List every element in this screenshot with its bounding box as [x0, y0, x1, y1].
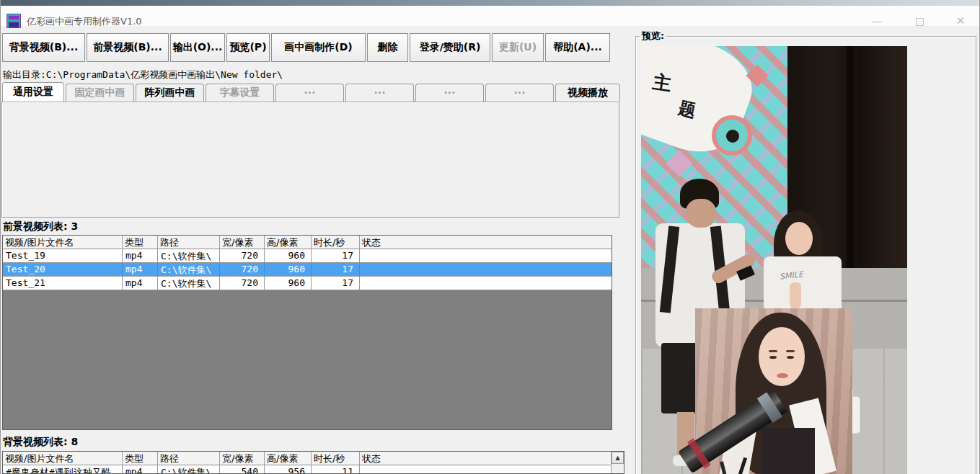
cell-duration: 17: [312, 249, 360, 263]
tab-dots-1[interactable]: ···: [275, 84, 344, 102]
make-pip-button[interactable]: 画中画制作(D): [271, 33, 366, 62]
tab-array-pip[interactable]: 阵列画中画: [136, 84, 204, 102]
tab-dots-4[interactable]: ···: [485, 84, 554, 102]
cell-duration: 11: [312, 465, 360, 474]
cell-type: mp4: [123, 263, 158, 277]
pip-face-detail: [786, 350, 795, 352]
background-window-edge: [1, 0, 980, 6]
cell-height: 960: [265, 263, 312, 277]
general-settings-panel: [1, 102, 619, 218]
cell-width: 720: [220, 277, 265, 290]
tab-dots-3[interactable]: ···: [415, 84, 484, 102]
cell-path: C:\软件集\: [158, 465, 220, 474]
title-bar: 亿彩画中画专用制作器V1.0 — ✕: [1, 6, 980, 26]
table-row[interactable]: Test_19 mp4 C:\软件集\ 720 960 17: [3, 249, 612, 263]
tab-fixed-pip[interactable]: 固定画中画: [66, 84, 134, 102]
update-button[interactable]: 更新(U): [492, 33, 544, 62]
help-button[interactable]: 帮助(A)...: [545, 33, 610, 62]
bg-list-table: 视频/图片文件名 类型 路径 宽/像素 高/像素 时长/秒 状态 #魔鬼身材#遇…: [2, 451, 624, 474]
tab-video-play[interactable]: 视频播放: [555, 84, 620, 102]
cell-duration: 17: [312, 277, 360, 290]
cell-name: #魔鬼身材#遇到这种又酷: [3, 465, 123, 474]
bg-table-header: 视频/图片文件名 类型 路径 宽/像素 高/像素 时长/秒 状态: [3, 452, 611, 465]
col-type[interactable]: 类型: [123, 452, 158, 465]
col-status[interactable]: 状态: [360, 452, 611, 465]
col-height[interactable]: 高/像素: [265, 452, 312, 465]
col-duration[interactable]: 时长/秒: [312, 236, 360, 249]
bg-video-button[interactable]: 背景视频(B)...: [2, 33, 85, 62]
fg-table-header: 视频/图片文件名 类型 路径 宽/像素 高/像素 时长/秒 状态: [3, 236, 612, 249]
woman-arm: [790, 282, 801, 308]
table-row[interactable]: Test_21 mp4 C:\软件集\ 720 960 17: [3, 277, 612, 290]
cell-path: C:\软件集\: [158, 263, 220, 277]
cell-width: 720: [220, 249, 265, 263]
bg-list-scrollbar[interactable]: ▲: [611, 452, 624, 473]
cell-type: mp4: [123, 465, 158, 474]
app-window: 亿彩画中画专用制作器V1.0 — ✕ 背景视频(B)... 前景视频(B)...…: [0, 0, 980, 474]
col-filename[interactable]: 视频/图片文件名: [3, 452, 123, 465]
tab-dots-2[interactable]: ···: [345, 84, 414, 102]
pip-face-detail: [769, 356, 777, 359]
pip-overlay-video: [695, 308, 852, 474]
minimize-button[interactable]: —: [860, 12, 893, 31]
cell-name: Test_20: [3, 263, 123, 277]
cell-name: Test_21: [3, 277, 123, 290]
man-face: [686, 199, 716, 228]
table-row-selected[interactable]: Test_20 mp4 C:\软件集\ 720 960 17: [3, 263, 612, 277]
cell-path: C:\软件集\: [158, 249, 220, 263]
maximize-button[interactable]: [903, 12, 936, 31]
maximize-icon: [916, 18, 924, 26]
col-width[interactable]: 宽/像素: [220, 452, 265, 465]
mural-decor: [726, 130, 739, 143]
cell-name: Test_19: [3, 249, 123, 263]
woman-face: [785, 222, 813, 255]
col-status[interactable]: 状态: [360, 236, 612, 249]
col-width[interactable]: 宽/像素: [220, 236, 265, 249]
fg-list-label: 前景视频列表: 3: [3, 220, 78, 233]
col-path[interactable]: 路径: [158, 236, 220, 249]
cell-status: [360, 277, 612, 290]
cell-duration: 17: [312, 263, 360, 277]
output-directory-label: 输出目录:C:\ProgramData\亿彩视频画中画输出\New folder…: [3, 68, 283, 81]
pip-face-detail: [769, 350, 777, 352]
delete-button[interactable]: 删除: [367, 33, 408, 62]
pip-face-detail: [777, 373, 788, 378]
preview-label: 预览:: [640, 30, 666, 43]
table-row[interactable]: #魔鬼身材#遇到这种又酷 mp4 C:\软件集\ 540 956 11: [3, 465, 611, 474]
pip-dark-top: [762, 428, 815, 474]
cell-status: [360, 263, 612, 277]
col-type[interactable]: 类型: [123, 236, 158, 249]
col-duration[interactable]: 时长/秒: [312, 452, 360, 465]
cell-width: 720: [220, 263, 265, 277]
close-button[interactable]: ✕: [944, 12, 977, 31]
col-path[interactable]: 路径: [158, 452, 220, 465]
col-height[interactable]: 高/像素: [265, 236, 312, 249]
window-title: 亿彩画中画专用制作器V1.0: [27, 15, 142, 28]
preview-button[interactable]: 预览(P): [226, 33, 270, 62]
preview-image: 主 题 SMILE: [641, 46, 907, 474]
cell-height: 956: [265, 465, 312, 474]
close-icon: ✕: [956, 14, 966, 27]
col-filename[interactable]: 视频/图片文件名: [3, 236, 123, 249]
fg-list-table: 视频/图片文件名 类型 路径 宽/像素 高/像素 时长/秒 状态 Test_19…: [2, 235, 612, 430]
scroll-up-icon[interactable]: ▲: [612, 452, 624, 464]
fg-video-button[interactable]: 前景视频(B)...: [87, 33, 169, 62]
pip-face-detail: [787, 356, 794, 359]
cell-type: mp4: [123, 277, 158, 290]
cell-status: [360, 249, 612, 263]
mural-text: 主: [651, 69, 674, 97]
cell-width: 540: [220, 465, 265, 474]
cell-height: 960: [265, 277, 312, 290]
cell-type: mp4: [123, 249, 158, 263]
cell-path: C:\软件集\: [158, 277, 220, 290]
tab-subtitles[interactable]: 字幕设置: [206, 84, 274, 102]
cell-height: 960: [265, 249, 312, 263]
output-button[interactable]: 输出(O)...: [170, 33, 225, 62]
cell-status: [360, 465, 611, 474]
app-icon: [6, 14, 21, 28]
tab-general[interactable]: 通用设置: [2, 82, 64, 102]
bg-list-label: 背景视频列表: 8: [3, 436, 78, 449]
login-button[interactable]: 登录/赞助(R): [410, 33, 490, 62]
mural-decor: [666, 151, 693, 177]
minimize-icon: —: [872, 15, 882, 27]
